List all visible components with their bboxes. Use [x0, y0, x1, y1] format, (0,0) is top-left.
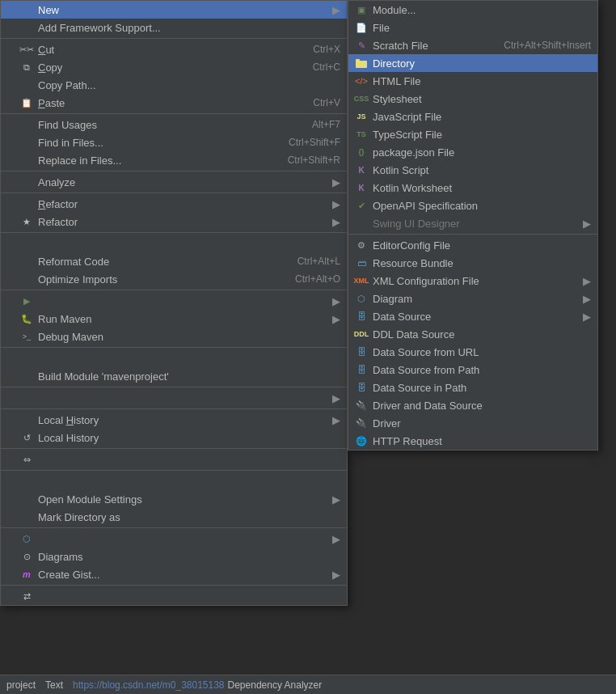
- menu-item-mark-dir[interactable]: Open Module Settings ▶: [1, 490, 347, 508]
- submenu-item-editorconfig[interactable]: ⚙ EditorConfig File: [348, 236, 597, 254]
- menu-item-build-module[interactable]: [1, 349, 347, 367]
- menu-item-find-in-files[interactable]: Find in Files... Ctrl+Shift+F: [1, 133, 347, 151]
- submenu-item-file[interactable]: 📄 File: [348, 19, 597, 36]
- cut-shortcut: Ctrl+X: [313, 44, 340, 55]
- submenu-item-js-label: JavaScript File: [373, 111, 591, 123]
- submenu-item-diagram[interactable]: ⬡ Diagram ▶: [348, 290, 597, 307]
- submenu-item-module[interactable]: ▣ Module...: [348, 1, 597, 19]
- compare-icon: ⇔: [20, 453, 33, 466]
- submenu-item-kotlin-script[interactable]: K Kotlin Script: [348, 161, 597, 179]
- submenu-item-stylesheet[interactable]: CSS Stylesheet: [348, 90, 597, 108]
- separator-8: [1, 387, 347, 387]
- diagrams-arrow: ▶: [332, 533, 340, 545]
- submenu-item-driver[interactable]: 🔌 Driver: [348, 414, 597, 432]
- xml-config-icon: XML: [355, 274, 368, 287]
- open-terminal-icon: >_: [20, 330, 33, 343]
- status-url[interactable]: https://blog.csdn.net/m0_38015138 Depend…: [73, 679, 322, 691]
- svg-rect-1: [356, 59, 360, 62]
- separator-5: [1, 232, 347, 233]
- menu-item-debug-maven[interactable]: 🐛 Run Maven ▶: [1, 310, 347, 328]
- submenu-item-ddl[interactable]: DDL DDL Data Source: [348, 325, 597, 343]
- project-label: project: [6, 679, 36, 691]
- submenu-item-js[interactable]: JS JavaScript File: [348, 108, 597, 125]
- menu-item-new[interactable]: New ▶: [1, 1, 347, 19]
- menu-item-cut[interactable]: ✂ Cut Ctrl+X: [1, 40, 347, 58]
- menu-item-maven[interactable]: m Create Gist... ▶: [1, 565, 347, 583]
- menu-item-mark-dir-label: Open Module Settings: [38, 493, 326, 506]
- submenu-item-scratch[interactable]: ✎ Scratch File Ctrl+Alt+Shift+Insert: [348, 36, 597, 54]
- separator-13: [1, 585, 347, 586]
- menu-item-rebuild-module[interactable]: Build Module 'mavenproject': [1, 367, 347, 385]
- separator-10: [1, 448, 347, 449]
- menu-item-remove-module[interactable]: Optimize Imports Ctrl+Alt+O: [1, 270, 347, 288]
- menu-item-paste[interactable]: 📋 Paste Ctrl+V: [1, 94, 347, 112]
- scratch-icon: ✎: [355, 39, 368, 52]
- submenu-item-ds-path-label: Data Source from Path: [373, 364, 591, 376]
- submenu-item-driver-ds[interactable]: 🔌 Driver and Data Source: [348, 396, 597, 414]
- menu-item-optimize[interactable]: Reformat Code Ctrl+Alt+L: [1, 252, 347, 270]
- menu-item-convert-java[interactable]: ⇄: [1, 587, 347, 605]
- submenu-item-ds-in-path-label: Data Source in Path: [373, 382, 591, 394]
- menu-item-reload[interactable]: ↺ Local History: [1, 429, 347, 446]
- menu-item-add-favorites[interactable]: ★ Refactor ▶: [1, 213, 347, 231]
- submenu-item-resource-bundle[interactable]: 🗃 Resource Bundle: [348, 254, 597, 272]
- debug-maven-icon: 🐛: [20, 312, 33, 325]
- submenu-item-xml-config[interactable]: XML XML Configuration File ▶: [348, 272, 597, 290]
- submenu-separator-1: [348, 234, 597, 235]
- menu-item-remove-bom[interactable]: Mark Directory as: [1, 508, 347, 526]
- menu-item-local-history[interactable]: Local History ▶: [1, 411, 347, 429]
- submenu-item-pkg-json[interactable]: {} package.json File: [348, 143, 597, 161]
- submenu-item-ts[interactable]: TS TypeScript File: [348, 125, 597, 143]
- menu-item-paste-label: Paste: [38, 97, 297, 109]
- submenu-item-directory-label: Directory: [373, 57, 591, 70]
- menu-item-analyze[interactable]: Analyze ▶: [1, 173, 347, 191]
- url-suffix: Dependency Analyzer: [228, 679, 323, 691]
- menu-item-compare[interactable]: ⇔: [1, 451, 347, 468]
- menu-item-find-usages[interactable]: Find Usages Alt+F7: [1, 116, 347, 133]
- menu-item-create-gist[interactable]: ⊙ Diagrams: [1, 548, 347, 565]
- menu-item-run-maven[interactable]: ▶ ▶: [1, 292, 347, 310]
- new-icon: [20, 3, 33, 16]
- submenu-item-html[interactable]: </> HTML File: [348, 72, 597, 90]
- submenu-item-datasource[interactable]: 🗄 Data Source ▶: [348, 307, 597, 325]
- menu-item-diagrams[interactable]: ⬡ ▶: [1, 530, 347, 548]
- menu-item-refactor[interactable]: Refactor ▶: [1, 195, 347, 213]
- menu-item-create-gist-label: Diagrams: [38, 551, 340, 563]
- resource-bundle-icon: 🗃: [355, 256, 368, 269]
- submenu-item-kotlin-worksheet[interactable]: K Kotlin Worksheet: [348, 179, 597, 197]
- submenu-item-openapi[interactable]: ✔ OpenAPI Specification: [348, 197, 597, 214]
- menu-item-find-in-files-label: Find in Files...: [38, 137, 272, 149]
- submenu-item-directory[interactable]: Directory: [348, 54, 597, 72]
- menu-item-copy-path[interactable]: Copy Path...: [1, 76, 347, 94]
- open-in-arrow: ▶: [332, 392, 340, 404]
- submenu-item-ds-in-path[interactable]: 🗄 Data Source in Path: [348, 379, 597, 396]
- html-icon: </>: [355, 74, 368, 87]
- menu-item-open-in[interactable]: ▶: [1, 389, 347, 407]
- diagram-icon: ⬡: [355, 292, 368, 305]
- menu-item-add-framework[interactable]: Add Framework Support...: [1, 19, 347, 36]
- new-arrow: ▶: [332, 4, 340, 16]
- directory-icon: [355, 57, 368, 70]
- separator-12: [1, 527, 347, 528]
- optimize-shortcut: Ctrl+Alt+L: [297, 256, 340, 267]
- separator-4: [1, 193, 347, 193]
- submenu-item-xml-config-label: XML Configuration File: [373, 275, 576, 287]
- menu-item-copy[interactable]: ⧉ Copy Ctrl+C: [1, 58, 347, 76]
- local-history-arrow: ▶: [332, 414, 340, 426]
- menu-item-remove-module-label: Optimize Imports: [38, 273, 279, 286]
- find-usages-shortcut: Alt+F7: [312, 119, 340, 130]
- menu-item-reload-label: Local History: [38, 432, 340, 444]
- submenu-item-http[interactable]: 🌐 HTTP Request: [348, 432, 597, 450]
- menu-item-reformat[interactable]: [1, 235, 347, 252]
- menu-item-open-terminal[interactable]: >_ Debug Maven: [1, 328, 347, 345]
- submenu-item-ds-path[interactable]: 🗄 Data Source from Path: [348, 361, 597, 379]
- menu-item-replace-in-files[interactable]: Replace in Files... Ctrl+Shift+R: [1, 151, 347, 169]
- maven-arrow: ▶: [332, 569, 340, 581]
- menu-item-module-settings[interactable]: [1, 472, 347, 490]
- submenu-item-ds-url[interactable]: 🗄 Data Source from URL: [348, 343, 597, 361]
- submenu-item-kotlin-script-label: Kotlin Script: [373, 164, 591, 176]
- find-in-files-icon: [20, 136, 33, 149]
- paste-shortcut: Ctrl+V: [313, 97, 340, 108]
- submenu-item-module-label: Module...: [373, 4, 591, 16]
- menu-item-local-history-label: Local History: [38, 414, 326, 426]
